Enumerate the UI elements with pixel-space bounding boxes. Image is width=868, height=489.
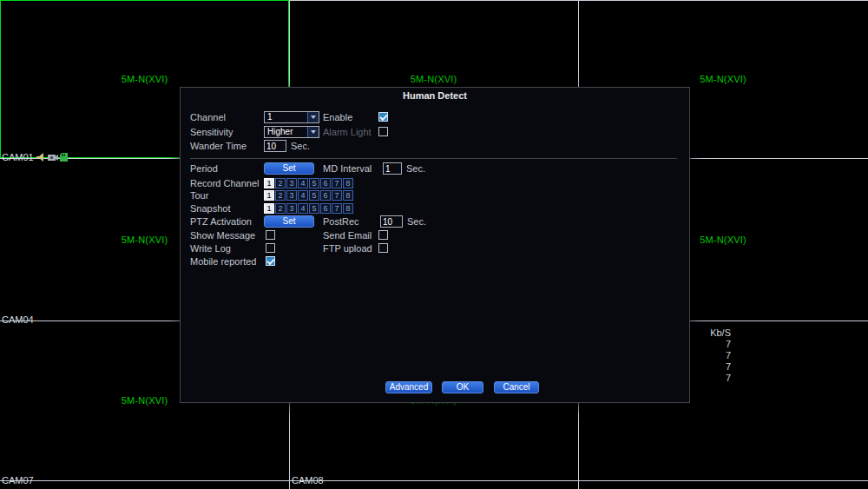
channel-button-1[interactable]: 1 [264, 203, 274, 214]
ftp-upload-label: FTP upload [323, 243, 372, 254]
ptz-activation-label: PTZ Activation [190, 216, 252, 227]
snapshot-channel-buttons: 12345678 [264, 203, 353, 214]
enable-checkbox[interactable] [378, 112, 388, 122]
camera-name-cam08: CAM08 [292, 475, 324, 486]
chevron-down-icon[interactable] [307, 112, 319, 122]
channel-button-7[interactable]: 7 [332, 203, 342, 214]
record-channel-buttons: 12345678 [264, 178, 353, 188]
sensitivity-select[interactable]: Higher [264, 126, 319, 138]
channel-button-1[interactable]: 1 [264, 190, 274, 201]
send-email-label: Send Email [323, 230, 372, 241]
channel-button-8[interactable]: 8 [343, 190, 353, 201]
camera-name-label: CAM08 [292, 475, 324, 486]
section-divider [190, 158, 677, 159]
wander-time-label: Wander Time [190, 141, 247, 151]
channel-button-6[interactable]: 6 [320, 178, 331, 188]
horn-icon [36, 153, 46, 162]
channel-select-value: 1 [267, 112, 273, 122]
sensitivity-label: Sensitivity [190, 127, 233, 137]
camera-name-label: CAM01 [2, 152, 34, 162]
human-detect-dialog: Human Detect Channel 1 Enable Sensitivit… [180, 87, 690, 403]
alarm-light-label: Alarm Light [323, 127, 372, 137]
channel-button-4[interactable]: 4 [298, 178, 308, 188]
dialog-title: Human Detect [181, 90, 689, 101]
camera-icon [48, 154, 58, 162]
channel-button-3[interactable]: 3 [286, 203, 297, 214]
stream-quality-label: 5M-N(XVI) [700, 74, 746, 84]
mobile-reported-label: Mobile reported [190, 256, 256, 267]
alarm-light-checkbox[interactable] [378, 127, 388, 136]
channel-button-5[interactable]: 5 [309, 190, 319, 201]
channel-button-4[interactable]: 4 [298, 190, 308, 201]
channel-button-6[interactable]: 6 [320, 190, 331, 201]
tour-label: Tour [190, 190, 208, 201]
camera-name-cam01: CAM01 [2, 152, 68, 162]
channel-button-8[interactable]: 8 [343, 203, 353, 214]
sensitivity-select-value: Higher [267, 127, 293, 136]
show-message-label: Show Message [190, 230, 255, 241]
send-email-checkbox[interactable] [378, 230, 388, 240]
channel-button-2[interactable]: 2 [275, 178, 286, 188]
md-interval-input[interactable] [383, 162, 402, 175]
snapshot-label: Snapshot [190, 203, 230, 214]
cancel-button[interactable]: Cancel [494, 381, 539, 393]
channel-select[interactable]: 1 [264, 111, 319, 123]
postrec-unit: Sec. [407, 216, 426, 227]
camera-name-cam07: CAM07 [2, 475, 34, 486]
channel-button-7[interactable]: 7 [332, 190, 342, 201]
write-log-checkbox[interactable] [266, 243, 275, 253]
md-interval-label: MD Interval [323, 163, 372, 174]
dvr-live-view: 5M-N(XVI) 5M-N(XVI) 5M-N(XVI) 5M-N(XVI) … [0, 0, 868, 489]
channel-button-3[interactable]: 3 [286, 178, 297, 188]
channel-label: Channel [190, 112, 226, 122]
period-set-button[interactable]: Set [264, 162, 314, 175]
advanced-button[interactable]: Advanced [385, 381, 432, 393]
write-log-label: Write Log [190, 243, 231, 254]
channel-button-6[interactable]: 6 [320, 203, 331, 214]
sd-card-icon [60, 153, 68, 162]
camera-name-label: CAM07 [2, 475, 34, 486]
channel-button-5[interactable]: 5 [309, 178, 319, 188]
channel-button-7[interactable]: 7 [332, 178, 342, 188]
channel-button-2[interactable]: 2 [275, 203, 286, 214]
md-interval-unit: Sec. [406, 163, 425, 174]
postrec-label: PostRec [323, 216, 359, 227]
show-message-checkbox[interactable] [266, 230, 275, 240]
stream-quality-label: 5M-N(XVI) [122, 395, 168, 406]
camera-name-cam04: CAM04 [2, 314, 34, 325]
channel-button-3[interactable]: 3 [286, 190, 297, 201]
chevron-down-icon[interactable] [307, 127, 319, 137]
wander-time-unit: Sec. [291, 141, 310, 151]
channel-button-8[interactable]: 8 [343, 178, 353, 188]
ptz-activation-set-button[interactable]: Set [264, 215, 314, 228]
channel-button-5[interactable]: 5 [309, 203, 319, 214]
enable-label: Enable [323, 112, 352, 122]
wander-time-input[interactable] [264, 140, 286, 152]
postrec-input[interactable] [380, 215, 403, 228]
record-channel-label: Record Channel [190, 178, 260, 188]
ok-button[interactable]: OK [442, 381, 483, 393]
period-label: Period [190, 163, 218, 174]
camera-name-label: CAM04 [2, 314, 34, 325]
channel-button-4[interactable]: 4 [298, 203, 308, 214]
mobile-reported-checkbox[interactable] [266, 256, 275, 266]
camera-status-icons [36, 153, 68, 162]
ftp-upload-checkbox[interactable] [378, 243, 388, 253]
channel-button-2[interactable]: 2 [275, 190, 286, 201]
grid-line [0, 480, 868, 481]
channel-button-1[interactable]: 1 [264, 178, 274, 188]
tour-channel-buttons: 12345678 [264, 190, 353, 201]
stream-quality-label: 5M-N(XVI) [700, 235, 746, 245]
stream-quality-label: 5M-N(XVI) [411, 74, 457, 84]
stream-quality-label: 5M-N(XVI) [122, 235, 168, 245]
